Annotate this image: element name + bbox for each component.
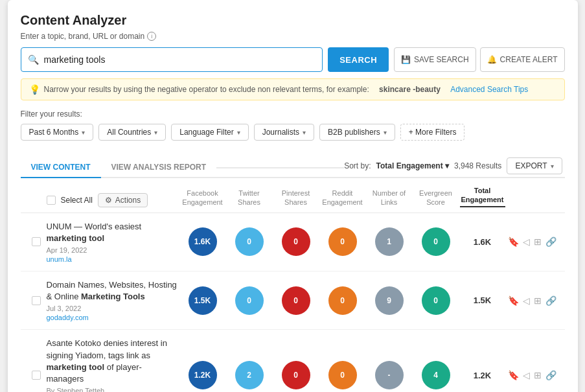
row2-facebook: 1.5K [180,286,225,315]
row1-links: 1 [367,227,412,256]
row1-article-info: UNUM — World's easiest marketing tool Ap… [47,221,179,263]
row3-checkbox-cell [27,371,45,380]
page-title: Content Analyzer [21,13,565,28]
row3-facebook-circle: 1.2K [189,361,217,389]
chevron-icon: ▾ [303,129,306,136]
row2-links: 9 [367,286,412,315]
bookmark-icon[interactable]: 🔖 [508,236,519,247]
row1-reddit: 0 [320,227,365,256]
search-box: 🔍 [21,47,323,72]
th-twitter: Twitter Shares [227,189,272,207]
row2-title: Domain Names, Websites, Hosting & Online… [47,279,179,303]
link-icon[interactable]: 🔗 [545,295,556,306]
tip-row: 💡 Narrow your results by using the negat… [21,78,565,100]
grid-icon[interactable]: ⊞ [534,236,542,247]
create-alert-button[interactable]: 🔔 CREATE ALERT [480,47,565,72]
share-icon[interactable]: ◁ [523,295,530,306]
row3-total: 1.2K [460,371,505,380]
filter-b2b[interactable]: B2B publishers ▾ [319,124,395,141]
row3-twitter: 2 [227,361,272,389]
filter-countries[interactable]: All Countries ▾ [98,124,166,141]
row2-checkbox[interactable] [32,296,41,305]
chevron-icon: ▾ [82,129,85,136]
select-all-checkbox[interactable] [47,196,56,205]
row1-pinterest: 0 [273,227,319,256]
search-button[interactable]: SEARCH [328,47,389,72]
row2-link[interactable]: godaddy.com [47,314,179,321]
search-input[interactable] [44,54,316,65]
row3-pinterest: 0 [273,361,319,389]
row3-reddit-circle: 0 [328,361,357,389]
share-icon[interactable]: ◁ [523,236,530,247]
row2-evergreen-circle: 0 [422,286,450,315]
bookmark-icon[interactable]: 🔖 [508,295,519,306]
th-total: Total Engagement [460,186,505,207]
row3-article-info: Asante Kotoko denies interest in signing… [47,338,179,392]
link-icon[interactable]: 🔗 [545,236,556,247]
chevron-icon: ▾ [551,163,554,170]
action-buttons: 💾 SAVE SEARCH 🔔 CREATE ALERT [394,47,564,72]
table-row: Asante Kotoko denies interest in signing… [21,330,565,392]
chevron-icon: ▾ [384,129,387,136]
share-icon[interactable]: ◁ [523,370,530,380]
export-button[interactable]: EXPORT ▾ [507,157,562,174]
row1-checkbox[interactable] [32,237,41,246]
link-icon[interactable]: 🔗 [545,370,556,380]
th-facebook: Facebook Engagement [180,189,225,207]
row2-twitter: 0 [227,286,272,315]
row1-evergreen: 0 [413,227,459,256]
grid-icon[interactable]: ⊞ [534,370,542,380]
save-search-button[interactable]: 💾 SAVE SEARCH [394,47,476,72]
save-icon: 💾 [401,55,411,64]
chevron-icon: ▾ [237,129,240,136]
row2-total: 1.5K [460,295,505,305]
row2-links-circle: 9 [375,286,404,315]
row3-author: By Stephen Tetteh [47,387,179,392]
sort-value[interactable]: Total Engagement ▾ [376,161,449,170]
row2-facebook-circle: 1.5K [189,286,217,315]
alert-icon: 🔔 [487,55,497,64]
tip-bulb-icon: 💡 [29,84,40,95]
row3-links-circle: - [375,361,404,389]
advanced-search-tips-link[interactable]: Advanced Search Tips [450,85,528,94]
tab-analysis-report[interactable]: VIEW ANALYSIS REPORT [101,157,216,178]
actions-button[interactable]: ⚙ Actions [98,193,148,207]
row2-date: Jul 3, 2022 [47,305,179,312]
row1-title: UNUM — World's easiest marketing tool [47,221,179,244]
th-pinterest: Pinterest Shares [273,189,319,207]
row2-actions: 🔖 ◁ ⊞ 🔗 [507,295,558,306]
filter-months[interactable]: Past 6 Months ▾ [21,124,94,141]
filters-row: Past 6 Months ▾ All Countries ▾ Language… [21,124,565,141]
filter-journalists[interactable]: Journalists ▾ [254,124,314,141]
row1-link[interactable]: unum.la [47,255,179,263]
th-reddit: Reddit Engagement [320,189,365,207]
tabs: VIEW CONTENT VIEW ANALYSIS REPORT Sort b… [21,157,565,178]
chevron-icon: ▾ [154,129,157,136]
tip-example: skincare -beauty [379,85,441,94]
row1-pinterest-circle: 0 [282,227,310,256]
tabs-results-row: VIEW CONTENT VIEW ANALYSIS REPORT Sort b… [21,151,565,178]
row1-date: Apr 19, 2022 [47,246,179,254]
tab-view-content[interactable]: VIEW CONTENT [21,157,101,178]
bookmark-icon[interactable]: 🔖 [508,370,519,380]
row1-links-circle: 1 [375,227,404,256]
grid-icon[interactable]: ⊞ [534,295,542,306]
table-row: UNUM — World's easiest marketing tool Ap… [21,213,565,271]
row2-reddit: 0 [320,286,365,315]
row1-twitter: 0 [227,227,272,256]
th-select-all-area: Select All ⚙ Actions [47,193,179,207]
filter-language[interactable]: Language Filter ▾ [171,124,248,141]
row1-twitter-circle: 0 [235,227,264,256]
table-row: Domain Names, Websites, Hosting & Online… [21,271,565,330]
row3-facebook: 1.2K [180,361,225,389]
row3-checkbox[interactable] [32,371,41,380]
search-row: 🔍 SEARCH 💾 SAVE SEARCH 🔔 CREATE ALERT [21,47,565,72]
row2-twitter-circle: 0 [235,286,264,315]
filter-more[interactable]: + More Filters [400,124,465,141]
tip-text: Narrow your results by using the negativ… [44,85,369,94]
row3-reddit: 0 [320,361,365,389]
row3-links: - [367,361,412,389]
info-icon: i [147,32,156,41]
row1-total: 1.6K [460,237,505,247]
row1-checkbox-cell [27,237,45,246]
